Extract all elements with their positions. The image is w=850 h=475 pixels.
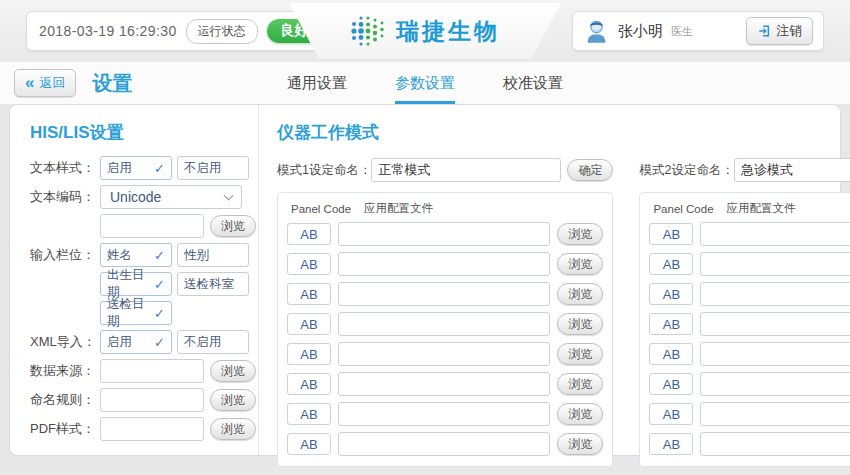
pdf-style-row: PDF样式： 浏览	[30, 417, 258, 441]
panel-code-box[interactable]: AB	[287, 313, 331, 335]
field-option-department-toggle[interactable]: 送检科室	[177, 272, 249, 296]
input-fields-row-2: 出生日期 ✓ 送检科室	[30, 272, 258, 296]
panel-row: AB浏览	[649, 282, 850, 306]
check-icon: ✓	[154, 306, 165, 321]
brand-logo: 瑞捷生物	[289, 3, 561, 59]
confirm-button[interactable]: 确定	[567, 159, 613, 181]
field-option-sentdate-toggle[interactable]: 送检日期 ✓	[100, 301, 172, 325]
config-file-input[interactable]	[338, 372, 550, 396]
config-file-input[interactable]	[338, 312, 550, 336]
browse-button[interactable]: 浏览	[210, 389, 256, 411]
config-file-input[interactable]	[700, 282, 850, 306]
field-option-gender-toggle[interactable]: 性别	[177, 243, 249, 267]
chevron-down-icon	[224, 191, 234, 201]
mode-2-name-input[interactable]	[734, 158, 850, 182]
config-file-input[interactable]	[700, 252, 850, 276]
xml-import-label: XML导入：	[30, 333, 100, 351]
panel-code-box[interactable]: AB	[287, 403, 331, 425]
check-icon: ✓	[154, 277, 165, 292]
config-file-input[interactable]	[700, 342, 850, 366]
mode-2-column: 模式2设定命名： 确定 Panel Code 应用配置文件 AB浏览AB浏览AB…	[639, 156, 850, 475]
xml-enable-toggle[interactable]: 启用 ✓	[100, 330, 172, 354]
field-option-name-toggle[interactable]: 姓名 ✓	[100, 243, 172, 267]
browse-button[interactable]: 浏览	[557, 283, 603, 305]
config-file-input[interactable]	[338, 222, 550, 246]
config-file-input[interactable]	[338, 402, 550, 426]
browse-button[interactable]: 浏览	[210, 360, 256, 382]
text-style-disable-toggle[interactable]: 不启用	[177, 156, 249, 180]
tab-parameter-settings[interactable]: 参数设置	[395, 62, 455, 104]
browse-button[interactable]: 浏览	[210, 418, 256, 440]
config-file-input[interactable]	[338, 252, 550, 276]
settings-tabs: 通用设置 参数设置 校准设置	[287, 62, 563, 104]
toggle-label: 不启用	[184, 160, 222, 177]
browse-button[interactable]: 浏览	[557, 373, 603, 395]
logo-dots-icon	[350, 14, 386, 48]
config-file-input[interactable]	[700, 222, 850, 246]
work-mode-panel: 仪器工作模式 模式1设定命名： 确定 Panel Code 应用配置文件	[258, 105, 850, 455]
panel-code-box[interactable]: AB	[649, 343, 693, 365]
header-user-panel: 张小明 医生 注销	[572, 11, 824, 51]
back-button[interactable]: « 返回	[14, 69, 76, 97]
panel-code-box[interactable]: AB	[287, 373, 331, 395]
browse-button[interactable]: 浏览	[557, 313, 603, 335]
panel-code-box[interactable]: AB	[287, 223, 331, 245]
config-file-input[interactable]	[338, 432, 550, 456]
xml-disable-toggle[interactable]: 不启用	[177, 330, 249, 354]
data-source-input[interactable]	[100, 359, 204, 383]
browse-button[interactable]: 浏览	[557, 403, 603, 425]
text-style-row: 文本样式： 启用 ✓ 不启用	[30, 156, 258, 180]
field-option-birthdate-toggle[interactable]: 出生日期 ✓	[100, 272, 172, 296]
panel-row: AB浏览	[649, 312, 850, 336]
panel-code-box[interactable]: AB	[649, 433, 693, 455]
panel-code-box[interactable]: AB	[649, 253, 693, 275]
panel-code-box[interactable]: AB	[287, 283, 331, 305]
panel-code-box[interactable]: AB	[287, 433, 331, 455]
toggle-label: 不启用	[184, 334, 222, 351]
panel-code-box[interactable]: AB	[287, 253, 331, 275]
tab-calibration-settings[interactable]: 校准设置	[503, 62, 563, 104]
run-status-label: 运行状态	[186, 19, 258, 44]
config-file-input[interactable]	[338, 342, 550, 366]
panel-row: AB浏览	[287, 432, 603, 456]
panel-code-box[interactable]: AB	[649, 223, 693, 245]
panel-code-box[interactable]: AB	[649, 313, 693, 335]
config-file-input[interactable]	[700, 402, 850, 426]
panel-code-box[interactable]: AB	[649, 403, 693, 425]
browse-button[interactable]: 浏览	[557, 223, 603, 245]
panel-code-box[interactable]: AB	[287, 343, 331, 365]
top-bar: 2018-03-19 16:29:30 运行状态 良好 瑞捷生物	[0, 0, 850, 62]
data-source-row: 数据来源： 浏览	[30, 359, 258, 383]
naming-rule-label: 命名规则：	[30, 391, 100, 409]
panel-code-box[interactable]: AB	[649, 283, 693, 305]
tab-general-settings[interactable]: 通用设置	[287, 62, 347, 104]
toggle-label: 姓名	[107, 247, 132, 264]
pdf-style-input[interactable]	[100, 417, 204, 441]
browse-button[interactable]: 浏览	[557, 433, 603, 455]
panel-row: AB浏览	[287, 222, 603, 246]
browse-button[interactable]: 浏览	[557, 343, 603, 365]
browse-button[interactable]: 浏览	[210, 215, 256, 237]
encoding-file-input[interactable]	[100, 214, 204, 238]
config-file-input[interactable]	[700, 312, 850, 336]
panel-row: AB浏览	[649, 402, 850, 426]
naming-rule-input[interactable]	[100, 388, 204, 412]
mode-1-name-input[interactable]	[371, 158, 561, 182]
config-file-input[interactable]	[700, 432, 850, 456]
header-status-panel: 2018-03-19 16:29:30 运行状态 良好	[26, 11, 336, 51]
toggle-label: 送检日期	[107, 296, 154, 330]
encoding-select[interactable]: Unicode	[100, 185, 242, 209]
panel-table-header: Panel Code 应用配置文件	[649, 201, 850, 216]
logout-button[interactable]: 注销	[746, 17, 813, 45]
browse-button[interactable]: 浏览	[557, 253, 603, 275]
panel-code-box[interactable]: AB	[649, 373, 693, 395]
pdf-style-label: PDF样式：	[30, 420, 100, 438]
text-style-enable-toggle[interactable]: 启用 ✓	[100, 156, 172, 180]
mode-2-panel-rows: AB浏览AB浏览AB浏览AB浏览AB浏览AB浏览AB浏览AB浏览	[649, 222, 850, 456]
config-file-input[interactable]	[338, 282, 550, 306]
doctor-avatar-icon	[583, 18, 610, 45]
panel-row: AB浏览	[287, 252, 603, 276]
mode-1-panel-rows: AB浏览AB浏览AB浏览AB浏览AB浏览AB浏览AB浏览AB浏览	[287, 222, 603, 456]
config-file-input[interactable]	[700, 372, 850, 396]
data-source-label: 数据来源：	[30, 362, 100, 380]
